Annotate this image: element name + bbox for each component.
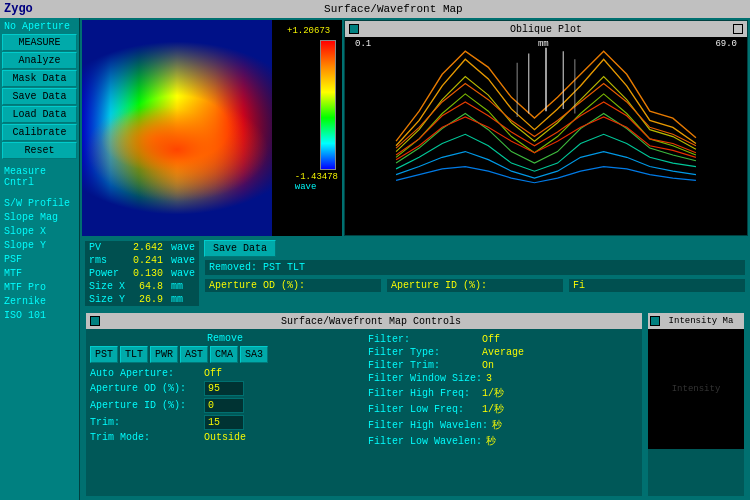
ctrl-filter-trim-label: Filter Trim: bbox=[368, 360, 478, 371]
slope-mag-link[interactable]: Slope Mag bbox=[2, 211, 77, 224]
oblique-header: Oblique Plot bbox=[345, 21, 747, 37]
mtf-link[interactable]: MTF bbox=[2, 267, 77, 280]
ctrl-filter-window: Filter Window Size: 3 bbox=[368, 372, 638, 385]
aperture-row: Aperture OD (%): Aperture ID (%): Fi bbox=[204, 278, 746, 293]
intensity-title: Intensity Ma bbox=[660, 316, 742, 326]
stat-pv-value: 2.642 bbox=[129, 241, 167, 254]
reset-button[interactable]: Reset bbox=[2, 142, 77, 159]
remove-cma[interactable]: CMA bbox=[210, 346, 238, 363]
stats-right: Save Data Removed: PST TLT Aperture OD (… bbox=[204, 240, 746, 307]
ctrl-aperture-id: Aperture ID (%): bbox=[90, 397, 360, 414]
remove-btns: PST TLT PWR AST CMA SA3 bbox=[90, 346, 360, 363]
intensity-window: Intensity Ma Intensity bbox=[646, 311, 746, 498]
colormap-overlay bbox=[82, 20, 272, 236]
ctrl-filter-window-label: Filter Window Size: bbox=[368, 373, 482, 384]
controls-icon bbox=[90, 316, 100, 326]
ctrl-filter-low-freq: Filter Low Freq: 1/秒 bbox=[368, 401, 638, 417]
remove-pst[interactable]: PST bbox=[90, 346, 118, 363]
controls-section: Surface/Wavefront Map Controls Remove PS… bbox=[80, 309, 750, 500]
colorbar-min: -1.43478 bbox=[295, 172, 338, 182]
stat-rms-unit: wave bbox=[167, 254, 199, 267]
oblique-3d-canvas bbox=[355, 42, 737, 215]
stat-power-label: Power bbox=[85, 267, 129, 280]
colorbar-visual bbox=[320, 40, 336, 170]
ctrl-filter-window-value: 3 bbox=[486, 373, 492, 384]
stat-sizex-unit: mm bbox=[167, 280, 199, 293]
stat-rms: rms 0.241 wave bbox=[85, 254, 199, 267]
aperture-od-label: Aperture OD (%): bbox=[204, 278, 382, 293]
filter-label: Fi bbox=[568, 278, 746, 293]
intensity-header: Intensity Ma bbox=[648, 313, 744, 329]
remove-ast[interactable]: AST bbox=[180, 346, 208, 363]
stat-power-unit: wave bbox=[167, 267, 199, 280]
no-aperture-label: No Aperture bbox=[2, 20, 77, 33]
ctrl-aperture-id-label: Aperture ID (%): bbox=[90, 400, 200, 411]
save-data-button[interactable]: Save Data bbox=[2, 88, 77, 105]
oblique-body: 0.1 mm 69.0 bbox=[345, 37, 747, 235]
zernike-link[interactable]: Zernike bbox=[2, 295, 77, 308]
ctrl-aperture-id-input[interactable] bbox=[204, 398, 244, 413]
remove-sa3[interactable]: SA3 bbox=[240, 346, 268, 363]
mtf-pro-link[interactable]: MTF Pro bbox=[2, 281, 77, 294]
oblique-close-icon[interactable] bbox=[733, 24, 743, 34]
stat-power-value: 0.130 bbox=[129, 267, 167, 280]
measure-button[interactable]: MEASURE bbox=[2, 34, 77, 51]
main-title: Surface/Wavefront Map bbox=[41, 3, 746, 15]
slope-y-link[interactable]: Slope Y bbox=[2, 239, 77, 252]
ctrl-filter-low-wavelen: Filter Low Wavelen: 秒 bbox=[368, 433, 638, 449]
controls-right: Filter: Off Filter Type: Average Filter … bbox=[368, 333, 638, 449]
ctrl-filter-type-value: Average bbox=[482, 347, 524, 358]
remove-tlt[interactable]: TLT bbox=[120, 346, 148, 363]
controls-window: Surface/Wavefront Map Controls Remove PS… bbox=[84, 311, 644, 498]
main-content: +1.20673 -1.43478 wave bbox=[80, 18, 750, 500]
sw-profile-link[interactable]: S/W Profile bbox=[2, 197, 77, 210]
colorbar-max: +1.20673 bbox=[287, 26, 338, 36]
stat-pv-unit: wave bbox=[167, 241, 199, 254]
wavefront-map: +1.20673 -1.43478 wave bbox=[82, 20, 342, 236]
stat-pv-label: PV bbox=[85, 241, 129, 254]
colorbar-section: +1.20673 -1.43478 wave bbox=[272, 20, 342, 236]
map-container: +1.20673 -1.43478 wave bbox=[82, 20, 342, 236]
ctrl-filter-low-wavelen-label: Filter Low Wavelen: bbox=[368, 436, 482, 447]
sidebar: No Aperture MEASURE Analyze Mask Data Sa… bbox=[0, 18, 80, 500]
controls-header: Surface/Wavefront Map Controls bbox=[86, 313, 642, 329]
oblique-title: Oblique Plot bbox=[359, 24, 733, 35]
stats-table: PV 2.642 wave rms 0.241 wave Power 0.130… bbox=[84, 240, 200, 307]
oblique-plot: Oblique Plot bbox=[344, 20, 748, 236]
colorbar-bottom: -1.43478 wave bbox=[293, 170, 340, 194]
ctrl-trim-input[interactable] bbox=[204, 415, 244, 430]
ctrl-auto-aperture: Auto Aperture: Off bbox=[90, 367, 360, 380]
stat-sizex-label: Size X bbox=[85, 280, 129, 293]
psf-link[interactable]: PSF bbox=[2, 253, 77, 266]
top-bar: Zygo Surface/Wavefront Map bbox=[0, 0, 750, 18]
calibrate-button[interactable]: Calibrate bbox=[2, 124, 77, 141]
intensity-placeholder: Intensity bbox=[672, 384, 721, 394]
iso-link[interactable]: ISO 101 bbox=[2, 309, 77, 322]
ctrl-filter-high-wavelen: Filter High Wavelen: 秒 bbox=[368, 417, 638, 433]
ctrl-filter-low-freq-value: 1/秒 bbox=[482, 402, 504, 416]
ctrl-auto-aperture-label: Auto Aperture: bbox=[90, 368, 200, 379]
ctrl-filter-high-wavelen-value: 秒 bbox=[492, 418, 502, 432]
oblique-icon bbox=[349, 24, 359, 34]
stats-row: PV 2.642 wave rms 0.241 wave Power 0.130… bbox=[80, 238, 750, 309]
intensity-body: Intensity bbox=[648, 329, 744, 449]
ctrl-trim-mode: Trim Mode: Outside bbox=[90, 431, 360, 444]
analyze-button[interactable]: Analyze bbox=[2, 52, 77, 69]
remove-pwr[interactable]: PWR bbox=[150, 346, 178, 363]
ctrl-filter-high-freq-label: Filter High Freq: bbox=[368, 388, 478, 399]
ctrl-aperture-od-input[interactable] bbox=[204, 381, 244, 396]
remove-label: Remove bbox=[90, 333, 360, 344]
stat-power: Power 0.130 wave bbox=[85, 267, 199, 280]
colormap-image bbox=[82, 20, 272, 236]
slope-x-link[interactable]: Slope X bbox=[2, 225, 77, 238]
aperture-id-label: Aperture ID (%): bbox=[386, 278, 564, 293]
ctrl-trim: Trim: bbox=[90, 414, 360, 431]
controls-title: Surface/Wavefront Map Controls bbox=[104, 316, 638, 327]
stat-sizey-unit: mm bbox=[167, 293, 199, 306]
save-data-btn-main[interactable]: Save Data bbox=[204, 240, 276, 257]
maps-row: +1.20673 -1.43478 wave bbox=[80, 18, 750, 238]
stat-rms-value: 0.241 bbox=[129, 254, 167, 267]
mask-data-button[interactable]: Mask Data bbox=[2, 70, 77, 87]
ctrl-trim-label: Trim: bbox=[90, 417, 200, 428]
load-data-button[interactable]: Load Data bbox=[2, 106, 77, 123]
